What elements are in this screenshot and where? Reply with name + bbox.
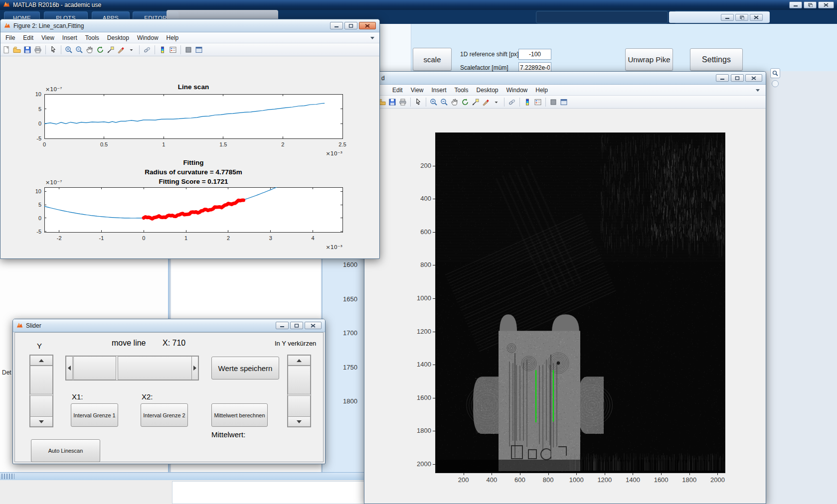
figure2-menu-edit[interactable]: Edit xyxy=(19,34,37,41)
zoom-in-icon[interactable] xyxy=(429,98,438,107)
window-frame-icon[interactable] xyxy=(559,98,568,107)
link-plots-icon[interactable] xyxy=(507,98,516,107)
colorbar-icon[interactable] xyxy=(523,98,532,107)
shorten-y-slider[interactable] xyxy=(287,355,311,427)
minimize-button[interactable] xyxy=(716,74,729,82)
window-frame-icon[interactable] xyxy=(194,45,203,54)
save-values-button[interactable]: Werte speichern xyxy=(211,357,279,379)
figure2-titlebar[interactable]: Figure 2: Line_scan,Fitting xyxy=(0,19,379,32)
tick-mark xyxy=(661,473,662,475)
image-y-tick: 2000 xyxy=(408,460,431,468)
scroll-track[interactable] xyxy=(30,395,53,417)
zoom-out-icon[interactable] xyxy=(440,98,449,107)
slider-segment[interactable] xyxy=(73,356,116,380)
square-icon[interactable] xyxy=(184,45,193,54)
figure2-menu-file[interactable]: File xyxy=(1,34,19,41)
minimize-button[interactable] xyxy=(276,322,289,329)
minimize-button[interactable] xyxy=(330,22,343,29)
maximize-button[interactable] xyxy=(731,74,744,82)
image-menu-edit[interactable]: Edit xyxy=(388,87,407,94)
cursor-icon[interactable] xyxy=(414,98,423,107)
matlab-figure-icon xyxy=(4,21,10,30)
svg-text:Line scan: Line scan xyxy=(178,83,209,91)
move-line-slider[interactable] xyxy=(65,356,199,380)
doc-close-button[interactable] xyxy=(750,14,763,21)
data-cursor-icon[interactable] xyxy=(106,45,115,54)
brush-icon[interactable] xyxy=(117,45,126,54)
interval-grenze-1-button[interactable]: Interval Grenze 1 xyxy=(71,403,118,427)
maximize-button[interactable] xyxy=(344,22,357,29)
close-icon[interactable] xyxy=(745,74,762,82)
image-menu-insert[interactable]: Insert xyxy=(427,87,450,94)
scroll-track[interactable] xyxy=(288,395,311,417)
y-slider[interactable] xyxy=(29,355,53,427)
close-button[interactable] xyxy=(818,1,834,8)
restore-button[interactable] xyxy=(804,1,817,8)
print-icon[interactable] xyxy=(398,98,407,107)
brush-icon[interactable] xyxy=(482,98,491,107)
rotate-3d-icon[interactable] xyxy=(461,98,470,107)
svg-text:Fitting Score = 0.1721: Fitting Score = 0.1721 xyxy=(159,178,228,185)
save-icon[interactable] xyxy=(23,45,32,54)
interval-grenze-2-button[interactable]: Interval Grenze 2 xyxy=(141,403,188,427)
ref-shift-input[interactable] xyxy=(518,49,551,60)
scroll-down-icon[interactable] xyxy=(288,416,311,427)
phase-image-plot[interactable] xyxy=(435,132,725,473)
data-cursor-icon[interactable] xyxy=(471,98,480,107)
square-icon[interactable] xyxy=(549,98,558,107)
image-figure-titlebar[interactable]: d xyxy=(364,72,766,85)
scroll-down-icon[interactable] xyxy=(30,416,53,427)
scroll-up-icon[interactable] xyxy=(288,355,311,366)
image-menu-tools[interactable]: Tools xyxy=(451,87,473,94)
dropdown-icon[interactable] xyxy=(127,45,136,54)
link-plots-icon[interactable] xyxy=(143,45,152,54)
minimize-button[interactable] xyxy=(789,1,802,8)
scroll-thumb[interactable] xyxy=(288,366,311,394)
doc-restore-button[interactable] xyxy=(735,14,748,21)
bottom-grip-bar[interactable] xyxy=(0,472,364,480)
figure2-menu-insert[interactable]: Insert xyxy=(58,34,81,41)
figure2-menu-tools[interactable]: Tools xyxy=(81,34,103,41)
figure2-menu-view[interactable]: View xyxy=(37,34,58,41)
save-icon[interactable] xyxy=(388,98,397,107)
image-menu-desktop[interactable]: Desktop xyxy=(473,87,502,94)
settings-button[interactable]: Settings xyxy=(690,48,743,71)
slider-titlebar[interactable]: Slider xyxy=(13,319,325,332)
menu-overflow-icon[interactable] xyxy=(756,89,760,92)
colorbar-icon[interactable] xyxy=(158,45,167,54)
pan-hand-icon[interactable] xyxy=(85,45,94,54)
legend-icon[interactable] xyxy=(533,98,542,107)
close-icon[interactable] xyxy=(359,22,376,29)
zoom-in-icon[interactable] xyxy=(64,45,73,54)
scroll-right-icon[interactable] xyxy=(191,356,198,380)
slider-thumb[interactable] xyxy=(118,356,192,380)
rotate-3d-icon[interactable] xyxy=(96,45,105,54)
new-document-icon[interactable] xyxy=(2,45,11,54)
dropdown-icon[interactable] xyxy=(492,98,501,107)
zoom-out-icon[interactable] xyxy=(75,45,84,54)
figure2-menu-desktop[interactable]: Desktop xyxy=(103,34,133,41)
print-icon[interactable] xyxy=(33,45,42,54)
figure2-menu-help[interactable]: Help xyxy=(163,34,183,41)
image-menu-window[interactable]: Window xyxy=(502,87,532,94)
legend-icon[interactable] xyxy=(168,45,177,54)
scroll-thumb[interactable] xyxy=(30,366,53,394)
pan-hand-icon[interactable] xyxy=(450,98,459,107)
scroll-up-icon[interactable] xyxy=(30,355,53,366)
doc-minimize-button[interactable] xyxy=(721,14,734,21)
maximize-button[interactable] xyxy=(290,322,303,329)
figure2-menu-window[interactable]: Window xyxy=(133,34,163,41)
search-icon[interactable] xyxy=(770,68,780,78)
dock-icon[interactable] xyxy=(772,80,779,87)
mittelwert-berechnen-button[interactable]: Mittelwert berechnen xyxy=(211,403,268,427)
open-folder-icon[interactable] xyxy=(12,45,21,54)
cursor-icon[interactable] xyxy=(49,45,58,54)
unwrap-pike-button[interactable]: Unwrap Pike xyxy=(625,48,673,71)
close-icon[interactable] xyxy=(305,322,322,329)
scale-button[interactable]: scale xyxy=(413,48,452,71)
image-menu-view[interactable]: View xyxy=(407,87,428,94)
scroll-left-icon[interactable] xyxy=(66,356,73,380)
menu-overflow-icon[interactable] xyxy=(370,37,374,39)
auto-linescan-button[interactable]: Auto Linescan xyxy=(31,439,100,462)
image-menu-help[interactable]: Help xyxy=(531,87,552,94)
